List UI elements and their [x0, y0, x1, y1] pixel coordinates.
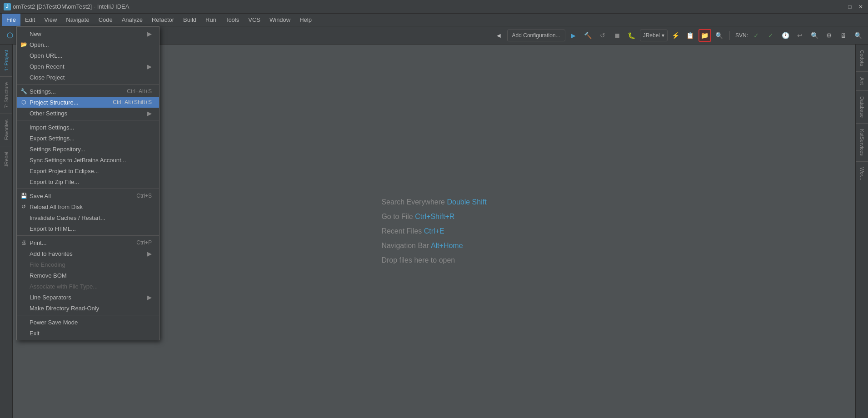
menu-item-import-settings[interactable]: Import Settings...	[17, 122, 159, 133]
menu-item-associate-file-type: Associate with File Type...	[17, 281, 159, 292]
right-tab-sep-2	[856, 90, 868, 91]
print-shortcut: Ctrl+P	[136, 239, 152, 246]
codota-tab[interactable]: Codota	[858, 45, 867, 70]
menu-item-export-html-label: Export to HTML...	[30, 225, 76, 232]
menu-sep-4	[17, 235, 159, 236]
toolbar-btn-7[interactable]: ⚡	[669, 29, 682, 42]
menu-item-settings-repo-label: Settings Repository...	[30, 146, 85, 153]
menu-window[interactable]: Window	[265, 14, 295, 26]
project-icon[interactable]: ⬡	[4, 29, 16, 42]
menu-item-print[interactable]: 🖨 Print... Ctrl+P	[17, 237, 159, 248]
menu-item-new[interactable]: New ▶	[17, 28, 159, 39]
window-controls[interactable]: — □ ✕	[835, 3, 864, 10]
maximize-button[interactable]: □	[846, 3, 853, 10]
menu-item-export-eclipse-label: Export Project to Eclipse...	[30, 168, 99, 174]
menu-file[interactable]: File	[2, 14, 20, 26]
menu-analyze[interactable]: Analyze	[117, 14, 147, 26]
menu-vcs[interactable]: VCS	[244, 14, 265, 26]
line-separators-arrow-icon: ▶	[147, 294, 152, 301]
menu-item-invalidate-caches[interactable]: Invalidate Caches / Restart...	[17, 212, 159, 223]
menu-item-export-settings[interactable]: Export Settings...	[17, 133, 159, 144]
menu-item-save-all[interactable]: 💾 Save All Ctrl+S	[17, 190, 159, 201]
menu-view[interactable]: View	[40, 14, 61, 26]
menu-help[interactable]: Help	[295, 14, 316, 26]
toolbar-monitor-button[interactable]: 🖥	[837, 29, 850, 42]
menu-item-project-structure[interactable]: ⬡ Project Structure... Ctrl+Alt+Shift+S	[17, 97, 159, 108]
search-everywhere-shortcut: Double Shift	[447, 198, 486, 206]
menu-run[interactable]: Run	[201, 14, 221, 26]
toolbar-search2-button[interactable]: 🔍	[852, 29, 864, 42]
menu-item-file-encoding: File Encoding	[17, 259, 159, 270]
debug-button[interactable]: 🐛	[625, 29, 638, 42]
nav-bar-shortcut: Alt+Home	[431, 242, 463, 249]
nav-left-button[interactable]: ◄	[493, 29, 505, 42]
menu-item-file-encoding-label: File Encoding	[30, 261, 65, 268]
menu-item-exit[interactable]: Exit	[17, 328, 159, 338]
tab-sep-2	[0, 114, 12, 114]
menu-item-open-url-label: Open URL...	[30, 52, 62, 59]
menu-item-open-url[interactable]: Open URL...	[17, 50, 159, 61]
menu-item-export-zip[interactable]: Export to Zip File...	[17, 176, 159, 187]
stop-button[interactable]: ⏹	[611, 29, 624, 42]
menu-item-open-recent[interactable]: Open Recent ▶	[17, 61, 159, 72]
menu-sep-5	[17, 315, 159, 315]
menu-item-line-separators[interactable]: Line Separators ▶	[17, 292, 159, 303]
menu-item-remove-bom-label: Remove BOM	[30, 272, 67, 279]
highlighted-toolbar-button[interactable]: 📁	[698, 29, 711, 42]
menu-item-make-readonly[interactable]: Make Directory Read-Only	[17, 303, 159, 314]
toolbar-search-button[interactable]: 🔍	[808, 29, 821, 42]
svn-history-button[interactable]: 🕐	[779, 29, 792, 42]
structure-tab[interactable]: 7: Structure	[2, 78, 11, 113]
project-structure-shortcut: Ctrl+Alt+Shift+S	[113, 99, 152, 105]
worker-tab[interactable]: Wor...	[858, 163, 867, 185]
favorites-tab[interactable]: Favorites	[2, 115, 11, 144]
project-tab[interactable]: 1: Project	[2, 45, 11, 75]
build-button[interactable]: 🔨	[582, 29, 594, 42]
toolbar-btn-10[interactable]: 🔍	[713, 29, 726, 42]
print-icon: 🖨	[20, 239, 28, 247]
left-panel-tabs: 1: Project 7: Structure Favorites JRebel	[0, 45, 13, 418]
menu-item-save-all-label: Save All	[30, 193, 51, 199]
open-recent-arrow-icon: ▶	[147, 63, 152, 70]
recent-files-shortcut: Ctrl+E	[424, 227, 444, 235]
menu-item-settings[interactable]: 🔧 Settings... Ctrl+Alt+S	[17, 86, 159, 97]
toolbar-settings-button[interactable]: ⚙	[823, 29, 835, 42]
menu-item-remove-bom[interactable]: Remove BOM	[17, 270, 159, 281]
menu-item-settings-repo[interactable]: Settings Repository...	[17, 144, 159, 154]
menu-refactor[interactable]: Refactor	[147, 14, 179, 26]
menu-item-sync-settings[interactable]: Sync Settings to JetBrains Account...	[17, 154, 159, 165]
katservices-tab[interactable]: KatServices	[858, 124, 867, 160]
menu-item-add-favorites[interactable]: Add to Favorites ▶	[17, 248, 159, 259]
menu-edit[interactable]: Edit	[20, 14, 40, 26]
menu-item-other-settings[interactable]: Other Settings ▶	[17, 108, 159, 119]
reload-button[interactable]: ↺	[596, 29, 609, 42]
toolbar-btn-8[interactable]: 📋	[684, 29, 697, 42]
svn-commit-button[interactable]: ✓	[764, 29, 777, 42]
window-title: omTest2 [D:\TestOM\omTest2] - IntelliJ I…	[13, 3, 129, 10]
menu-tools[interactable]: Tools	[221, 14, 244, 26]
close-button[interactable]: ✕	[857, 3, 864, 10]
menu-build[interactable]: Build	[179, 14, 201, 26]
svn-check-button[interactable]: ✓	[750, 29, 763, 42]
menu-item-export-eclipse[interactable]: Export Project to Eclipse...	[17, 165, 159, 176]
svn-revert-button[interactable]: ↩	[793, 29, 806, 42]
database-tab[interactable]: Database	[858, 92, 867, 122]
jrebel-side-tab[interactable]: JRebel	[2, 147, 11, 172]
menu-code[interactable]: Code	[94, 14, 117, 26]
search-everywhere-line: Search Everywhere Double Shift	[381, 195, 486, 209]
jrebel-label: JRebel	[643, 32, 660, 39]
menu-navigate[interactable]: Navigate	[61, 14, 94, 26]
menu-item-close-project[interactable]: Close Project	[17, 72, 159, 83]
menu-item-open-recent-label: Open Recent	[30, 63, 65, 70]
menu-item-reload-disk[interactable]: ↺ Reload All from Disk	[17, 201, 159, 212]
menu-item-power-save[interactable]: Power Save Mode	[17, 317, 159, 328]
ant-tab[interactable]: Ant	[858, 73, 867, 90]
add-configuration-button[interactable]: Add Configuration...	[507, 30, 565, 41]
run-button[interactable]: ▶	[567, 29, 580, 42]
minimize-button[interactable]: —	[835, 3, 843, 10]
menu-item-open[interactable]: 📂 Open...	[17, 39, 159, 50]
jrebel-selector[interactable]: JRebel ▾	[640, 30, 668, 41]
menu-item-export-html[interactable]: Export to HTML...	[17, 223, 159, 234]
right-tab-sep-1	[856, 71, 868, 72]
menu-item-close-project-label: Close Project	[30, 74, 65, 81]
